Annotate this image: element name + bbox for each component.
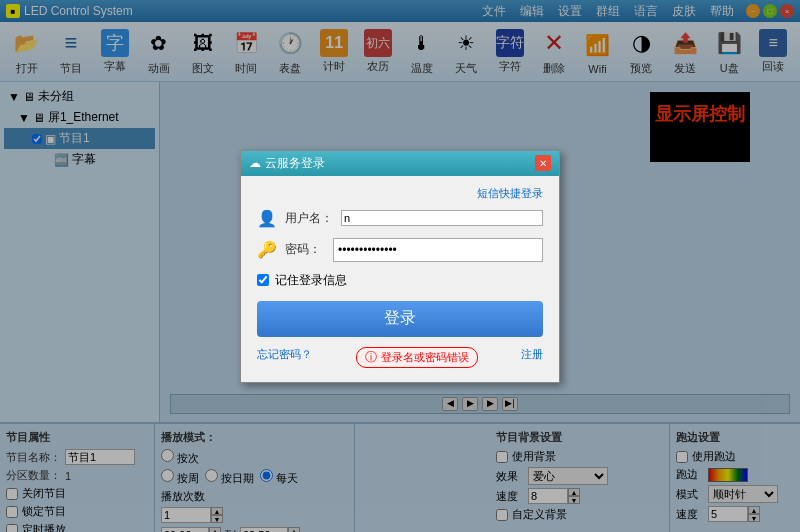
password-icon: 🔑: [257, 240, 277, 259]
login-dialog: ☁ 云服务登录 ✕ 短信快捷登录 👤 用户名： 🔑 密码： 记住登: [240, 150, 560, 383]
user-icon: 👤: [257, 209, 277, 228]
dialog-body: 短信快捷登录 👤 用户名： 🔑 密码： 记住登录信息 登录 忘记密: [241, 176, 559, 382]
username-row: 👤 用户名：: [257, 209, 543, 228]
sms-login-link[interactable]: 短信快捷登录: [257, 186, 543, 201]
password-input[interactable]: [333, 238, 543, 262]
dialog-title: 云服务登录: [265, 155, 325, 172]
username-input[interactable]: [341, 210, 543, 226]
dialog-overlay: ☁ 云服务登录 ✕ 短信快捷登录 👤 用户名： 🔑 密码： 记住登: [0, 0, 800, 532]
dialog-close-button[interactable]: ✕: [535, 155, 551, 171]
dialog-titlebar: ☁ 云服务登录 ✕: [241, 151, 559, 176]
error-text: 登录名或密码错误: [381, 350, 469, 365]
username-label: 用户名：: [285, 210, 333, 227]
register-link[interactable]: 注册: [521, 347, 543, 368]
password-row: 🔑 密码：: [257, 238, 543, 262]
remember-checkbox[interactable]: [257, 274, 269, 286]
remember-label: 记住登录信息: [275, 272, 347, 289]
error-message: ⓘ 登录名或密码错误: [356, 347, 478, 368]
login-button[interactable]: 登录: [257, 301, 543, 337]
forgot-password-link[interactable]: 忘记密码？: [257, 347, 312, 368]
error-icon: ⓘ: [365, 349, 377, 366]
remember-row: 记住登录信息: [257, 272, 543, 289]
dialog-title-icon: ☁: [249, 156, 261, 170]
password-label: 密码：: [285, 241, 325, 258]
dialog-footer: 忘记密码？ ⓘ 登录名或密码错误 注册: [257, 347, 543, 368]
